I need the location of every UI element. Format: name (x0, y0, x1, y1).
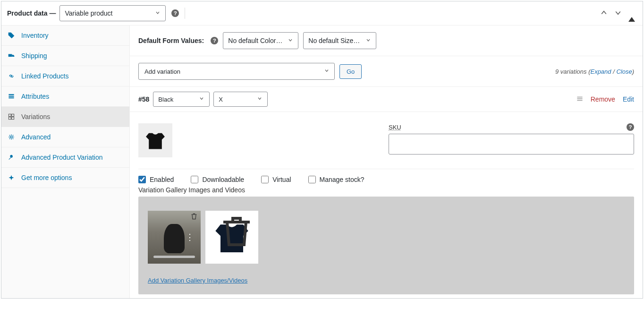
svg-rect-0 (8, 54, 12, 57)
gallery-item-video[interactable]: ⋮ (148, 211, 201, 264)
help-icon[interactable]: ? (171, 9, 179, 17)
virtual-checkbox[interactable]: Virtual (261, 176, 291, 183)
sidebar-item-label: Variations (21, 113, 50, 120)
svg-rect-6 (8, 117, 11, 120)
variation-header: #58 Black X Remove Edit (130, 87, 643, 112)
sidebar-item-advanced[interactable]: Advanced (1, 127, 129, 147)
add-gallery-link[interactable]: Add Variation Gallery Images/Videos (148, 277, 247, 284)
collapse-up-button[interactable] (627, 8, 637, 19)
remove-link[interactable]: Remove (591, 95, 615, 103)
default-color-select[interactable]: No default Color… (223, 32, 298, 49)
sidebar-item-linked-products[interactable]: Linked Products (1, 66, 129, 86)
sidebar-item-label: Linked Products (21, 72, 68, 80)
sidebar-item-variations[interactable]: Variations (1, 107, 129, 127)
sidebar-item-label: Inventory (21, 32, 49, 39)
add-variation-value: Add variation (144, 68, 180, 75)
sidebar-item-inventory[interactable]: Inventory (1, 26, 129, 46)
video-progress-bar (153, 256, 195, 258)
sidebar-item-attributes[interactable]: Attributes (1, 86, 129, 107)
sidebar: Inventory Shipping Linked Products Attri… (1, 26, 130, 298)
svg-rect-7 (12, 117, 14, 120)
sidebar-item-shipping[interactable]: Shipping (1, 46, 129, 66)
edit-link[interactable]: Edit (623, 95, 634, 103)
variation-image-thumb[interactable] (138, 123, 172, 157)
move-up-button[interactable] (598, 7, 610, 20)
svg-rect-4 (8, 114, 11, 116)
manage-stock-label: Manage stock? (320, 176, 364, 183)
chevron-down-icon (155, 9, 161, 17)
trash-icon[interactable] (190, 213, 198, 222)
panel-header: Product data — Variable product ? (1, 1, 643, 26)
chevron-down-icon (324, 68, 330, 75)
manage-stock-checkbox-input[interactable] (308, 176, 316, 183)
chevron-down-icon (257, 96, 263, 103)
variation-color-select[interactable]: Black (153, 92, 210, 107)
sku-input[interactable] (389, 134, 634, 154)
trash-icon[interactable] (218, 213, 255, 252)
sidebar-item-label: Advanced (21, 133, 51, 141)
chevron-down-icon (365, 37, 371, 44)
virtual-label: Virtual (272, 176, 291, 183)
chevron-down-icon (199, 96, 204, 103)
variation-id: #58 (138, 95, 149, 103)
panel-title: Product data — (7, 9, 56, 17)
manage-stock-checkbox[interactable]: Manage stock? (308, 176, 364, 183)
gear-icon (8, 134, 17, 140)
default-values-label: Default Form Values: (138, 37, 204, 44)
sidebar-item-get-more-options[interactable]: Get more options (1, 168, 129, 188)
svg-rect-3 (8, 97, 14, 98)
truck-icon (8, 52, 17, 59)
variation-size-value: X (219, 96, 223, 103)
wrench-icon (8, 154, 17, 161)
downloadable-label: Downloadable (202, 176, 244, 183)
more-icon[interactable]: ⋮ (186, 236, 194, 239)
gallery-box: ⋮ Add Variation Gallery Images/Videos (138, 197, 634, 294)
product-data-panel: Product data — Variable product ? (1, 1, 643, 299)
divider (185, 8, 185, 19)
help-icon[interactable]: ? (627, 123, 634, 131)
add-variation-select[interactable]: Add variation (138, 63, 335, 80)
downloadable-checkbox[interactable]: Downloadable (191, 176, 244, 183)
drag-handle-icon[interactable] (576, 95, 583, 103)
variations-count-text: 9 variations (555, 68, 586, 75)
move-down-button[interactable] (612, 7, 624, 20)
virtual-checkbox-input[interactable] (261, 176, 269, 183)
variations-count-info: 9 variations (Expand / Close) (555, 68, 634, 75)
go-button[interactable]: Go (339, 64, 362, 79)
svg-rect-1 (8, 94, 14, 95)
enabled-checkbox-input[interactable] (138, 176, 146, 183)
sidebar-item-label: Attributes (21, 93, 49, 100)
sidebar-item-advanced-product-variation[interactable]: Advanced Product Variation (1, 147, 129, 168)
product-type-value: Variable product (65, 9, 112, 17)
variation-color-value: Black (158, 96, 173, 103)
svg-rect-2 (8, 96, 14, 97)
default-values-row: Default Form Values: ? No default Color…… (130, 26, 643, 56)
variation-size-select[interactable]: X (213, 92, 268, 107)
tag-icon (8, 32, 17, 39)
default-size-select[interactable]: No default Size… (303, 32, 376, 49)
enabled-label: Enabled (150, 176, 174, 183)
panel-actions (598, 7, 637, 20)
sidebar-item-label: Get more options (21, 174, 72, 181)
gallery-item-image[interactable] (205, 211, 258, 264)
sku-label: SKU (389, 124, 401, 131)
variation-body: SKU ? Enabled Downloadable (130, 112, 643, 298)
sku-block: SKU ? (389, 123, 634, 154)
product-type-select[interactable]: Variable product (59, 5, 166, 21)
grid-icon (8, 113, 17, 120)
downloadable-checkbox-input[interactable] (191, 176, 198, 183)
variation-checkboxes: Enabled Downloadable Virtual Manage stoc… (138, 169, 634, 186)
sparkle-icon (8, 174, 17, 181)
sidebar-item-label: Shipping (21, 52, 47, 60)
expand-link[interactable]: Expand (590, 68, 611, 75)
chevron-down-icon (288, 37, 293, 44)
close-link[interactable]: Close (616, 68, 632, 75)
help-icon[interactable]: ? (211, 37, 218, 44)
svg-rect-5 (12, 114, 14, 116)
default-color-value: No default Color… (228, 37, 282, 44)
add-variation-row: Add variation Go 9 variations (Expand / … (130, 56, 643, 87)
enabled-checkbox[interactable]: Enabled (138, 176, 174, 183)
default-size-value: No default Size… (308, 37, 360, 44)
gallery-title: Variation Gallery Images and Videos (138, 186, 634, 197)
list-icon (8, 93, 17, 100)
